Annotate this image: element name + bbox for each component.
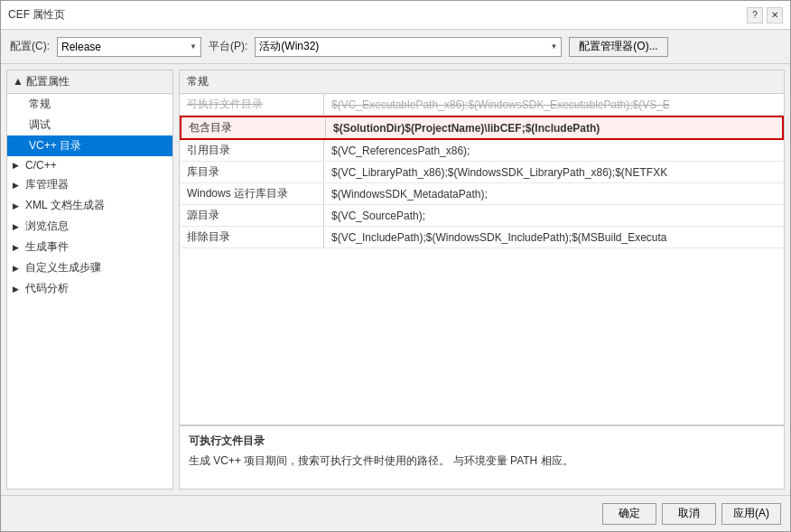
- prop-value: $(VC_SourcePath);: [324, 205, 784, 226]
- description-text: 生成 VC++ 项目期间，搜索可执行文件时使用的路径。 与环境变量 PATH 相…: [189, 453, 775, 469]
- sidebar-item-debug[interactable]: 调试: [7, 115, 172, 135]
- close-button[interactable]: ✕: [767, 7, 783, 23]
- prop-value: $(WindowsSDK_MetadataPath);: [324, 183, 784, 204]
- sidebar-item-xml[interactable]: ▶ XML 文档生成器: [7, 195, 172, 216]
- tree-arrow-icon: ▶: [13, 243, 22, 252]
- config-arrow-icon: ▼: [190, 42, 197, 51]
- sidebar-item-label: 生成事件: [25, 239, 69, 255]
- platform-arrow-icon: ▼: [550, 42, 557, 51]
- prop-name: 可执行文件目录: [180, 94, 324, 115]
- right-panel-header: 常规: [180, 70, 784, 94]
- right-panel: 常规 可执行文件目录 $(VC_ExecutablePath_x86);$(Wi…: [179, 70, 785, 490]
- properties-table: 可执行文件目录 $(VC_ExecutablePath_x86);$(Windo…: [180, 94, 784, 425]
- dialog-window: CEF 属性页 ? ✕ 配置(C): Release ▼ 平台(P): 活动(W…: [0, 0, 791, 532]
- sidebar-item-label: 调试: [29, 117, 51, 133]
- sidebar-item-label: XML 文档生成器: [25, 198, 105, 213]
- tree-arrow-icon: ▶: [13, 222, 22, 231]
- sidebar-item-label: 浏览信息: [25, 219, 69, 234]
- help-button[interactable]: ?: [747, 7, 763, 23]
- left-panel: ▲ 配置属性 常规 调试 VC++ 目录 ▶ C/C++ ▶ 库管理器 ▶ XM…: [6, 70, 173, 490]
- config-row: 配置(C): Release ▼ 平台(P): 活动(Win32) ▼ 配置管理…: [1, 30, 790, 64]
- sidebar-item-general[interactable]: 常规: [7, 94, 172, 115]
- description-box: 可执行文件目录 生成 VC++ 项目期间，搜索可执行文件时使用的路径。 与环境变…: [180, 425, 784, 489]
- prop-name: 引用目录: [180, 140, 324, 161]
- main-content: ▲ 配置属性 常规 调试 VC++ 目录 ▶ C/C++ ▶ 库管理器 ▶ XM…: [1, 64, 790, 495]
- platform-select[interactable]: 活动(Win32) ▼: [255, 37, 562, 57]
- table-row[interactable]: 库目录 $(VC_LibraryPath_x86);$(WindowsSDK_L…: [180, 162, 784, 183]
- cancel-button[interactable]: 取消: [662, 503, 716, 525]
- table-row[interactable]: 引用目录 $(VC_ReferencesPath_x86);: [180, 140, 784, 162]
- prop-name: 排除目录: [180, 227, 324, 247]
- sidebar-item-vcpp[interactable]: VC++ 目录: [7, 135, 172, 156]
- sidebar-item-custom-build[interactable]: ▶ 自定义生成步骤: [7, 257, 172, 278]
- prop-value: $(VC_IncludePath);$(WindowsSDK_IncludePa…: [324, 227, 784, 247]
- table-row[interactable]: Windows 运行库目录 $(WindowsSDK_MetadataPath)…: [180, 183, 784, 205]
- button-row: 确定 取消 应用(A): [1, 495, 790, 531]
- table-row[interactable]: 源目录 $(VC_SourcePath);: [180, 205, 784, 227]
- config-label: 配置(C):: [10, 39, 50, 54]
- table-row-highlighted[interactable]: 包含目录 $(SolutionDir)$(ProjectName)\libCEF…: [180, 116, 784, 140]
- table-row[interactable]: 排除目录 $(VC_IncludePath);$(WindowsSDK_Incl…: [180, 227, 784, 248]
- prop-name: Windows 运行库目录: [180, 183, 324, 204]
- sidebar-item-label: 代码分析: [25, 281, 69, 296]
- prop-value: $(VC_ExecutablePath_x86);$(WindowsSDK_Ex…: [324, 94, 784, 115]
- config-properties-title: ▲ 配置属性: [13, 74, 70, 89]
- description-title: 可执行文件目录: [189, 434, 775, 449]
- tree-arrow-icon: ▶: [13, 201, 22, 210]
- tree-arrow-icon: ▶: [13, 264, 22, 273]
- tree-arrow-icon: ▶: [13, 181, 22, 190]
- config-value: Release: [61, 41, 197, 53]
- sidebar-item-label: 常规: [29, 97, 51, 112]
- sidebar-item-label: C/C++: [25, 159, 57, 172]
- prop-value: $(VC_LibraryPath_x86);$(WindowsSDK_Libra…: [324, 162, 784, 182]
- prop-value: $(VC_ReferencesPath_x86);: [324, 140, 784, 161]
- ok-button[interactable]: 确定: [602, 503, 656, 525]
- prop-name: 包含目录: [181, 117, 326, 138]
- platform-label: 平台(P):: [209, 39, 247, 54]
- apply-button[interactable]: 应用(A): [721, 503, 781, 525]
- sidebar-item-browse[interactable]: ▶ 浏览信息: [7, 216, 172, 237]
- sidebar-item-label: 自定义生成步骤: [25, 260, 101, 275]
- prop-name: 源目录: [180, 205, 324, 226]
- sidebar-item-libmgr[interactable]: ▶ 库管理器: [7, 174, 172, 195]
- sidebar-item-label: 库管理器: [25, 177, 69, 192]
- config-manager-button[interactable]: 配置管理器(O)...: [569, 37, 667, 57]
- sidebar-item-cpp[interactable]: ▶ C/C++: [7, 156, 172, 174]
- sidebar-item-label: VC++ 目录: [29, 138, 81, 154]
- dialog-title: CEF 属性页: [8, 7, 65, 23]
- right-panel-title: 常规: [187, 74, 209, 89]
- left-panel-header: ▲ 配置属性: [7, 70, 172, 94]
- platform-value: 活动(Win32): [259, 39, 557, 54]
- prop-name: 库目录: [180, 162, 324, 182]
- config-select[interactable]: Release ▼: [57, 37, 201, 57]
- sidebar-item-code-analysis[interactable]: ▶ 代码分析: [7, 278, 172, 299]
- title-bar: CEF 属性页 ? ✕: [1, 1, 790, 30]
- tree-arrow-icon: ▶: [13, 161, 22, 170]
- tree-arrow-icon: ▶: [13, 285, 22, 294]
- sidebar-item-build-events[interactable]: ▶ 生成事件: [7, 237, 172, 257]
- table-row[interactable]: 可执行文件目录 $(VC_ExecutablePath_x86);$(Windo…: [180, 94, 784, 116]
- prop-value: $(SolutionDir)$(ProjectName)\libCEF;$(In…: [326, 117, 782, 138]
- title-controls: ? ✕: [747, 7, 783, 23]
